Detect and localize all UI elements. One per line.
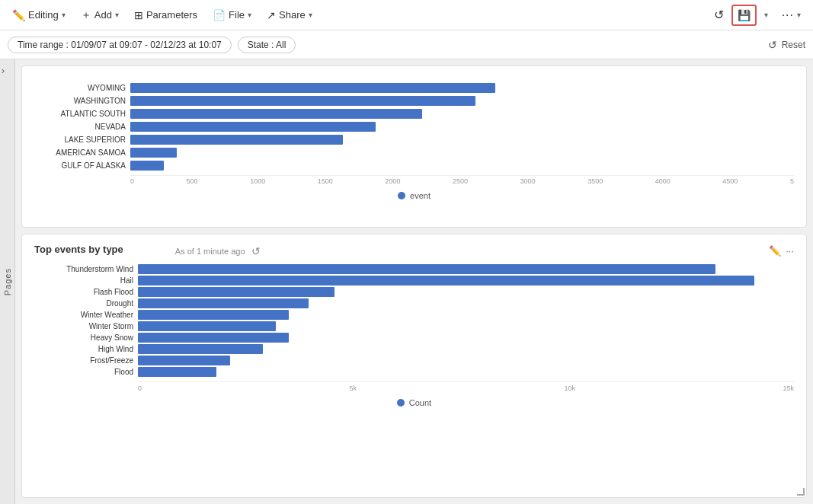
- share-chevron: ▾: [309, 11, 312, 19]
- add-chevron: ▾: [115, 11, 119, 19]
- save-icon: 💾: [738, 9, 751, 21]
- share-button[interactable]: ↗ Share ▾: [261, 6, 318, 24]
- bar-fill-flash-flood: [138, 287, 334, 297]
- legend-label-count: Count: [409, 398, 431, 407]
- parameters-icon: ⊞: [134, 9, 143, 21]
- top-chart-x-axis: 0 500 1000 1500 2000 2500 3000 3500 4000…: [130, 175, 794, 185]
- bar-track-drought: [138, 298, 794, 308]
- bottom-chart-container: Thunderstorm Wind Hail Flash Flood: [34, 264, 794, 407]
- bottom-x-axis-labels: 0 5k 10k 15k: [138, 384, 794, 392]
- editing-button[interactable]: ✏️ Editing ▾: [6, 6, 72, 24]
- legend-label-event: event: [410, 191, 431, 200]
- resize-handle[interactable]: [797, 488, 805, 496]
- overflow-button[interactable]: ··· ▾: [776, 5, 807, 25]
- bar-fill-american-samoa: [130, 148, 177, 158]
- state-label: State : All: [248, 40, 286, 50]
- bottom-chart-legend: Count: [34, 398, 794, 407]
- bar-fill-gulf-of-alaska: [130, 161, 164, 171]
- table-row: Flood: [34, 367, 794, 377]
- bar-track-winter-weather: [138, 310, 794, 320]
- table-row: Heavy Snow: [34, 333, 794, 343]
- bar-track-atlantic-south: [130, 109, 794, 119]
- parameters-button[interactable]: ⊞ Parameters: [128, 6, 203, 24]
- overflow-chevron: ▾: [797, 11, 801, 19]
- bar-fill-washington: [130, 96, 475, 106]
- more-chart-icon[interactable]: ···: [786, 245, 794, 257]
- pages-label: Pages: [3, 268, 12, 295]
- refresh-button[interactable]: ↺: [708, 5, 730, 25]
- refresh-chart-icon[interactable]: ↺: [251, 245, 261, 257]
- scroll-area: WYOMING WASHINGTON ATLANTI: [15, 59, 813, 504]
- bar-label-thunderstorm: Thunderstorm Wind: [34, 265, 133, 273]
- bottom-chart-card: Top events by type As of 1 minute ago ↺ …: [21, 234, 807, 498]
- refresh-icon: ↺: [714, 8, 724, 22]
- share-icon: ↗: [267, 9, 276, 21]
- edit-chart-icon[interactable]: ✏️: [769, 245, 781, 257]
- top-chart-legend: event: [34, 191, 794, 200]
- bar-label-winter-weather: Winter Weather: [34, 311, 133, 319]
- bar-label-hail: Hail: [34, 276, 133, 285]
- legend-dot-event: [398, 192, 405, 199]
- top-chart-container: WYOMING WASHINGTON ATLANTI: [34, 75, 794, 200]
- file-label: File: [229, 9, 245, 21]
- bar-track-winter-storm: [138, 321, 794, 331]
- bottom-bar-chart: Thunderstorm Wind Hail Flash Flood: [34, 264, 794, 377]
- bar-track-flood: [138, 367, 794, 377]
- file-chevron: ▾: [248, 11, 251, 19]
- bar-fill-hail: [138, 276, 754, 285]
- bar-track-american-samoa: [130, 148, 794, 158]
- filter-bar: Time range : 01/09/07 at 09:07 - 02/12/2…: [0, 30, 813, 59]
- bar-track-flash-flood: [138, 287, 794, 297]
- file-button[interactable]: 📄 File ▾: [206, 6, 258, 24]
- bar-label-atlantic-south: ATLANTIC SOUTH: [34, 110, 126, 118]
- bar-fill-heavy-snow: [138, 333, 289, 343]
- chart-actions: ✏️ ···: [769, 245, 794, 257]
- pages-arrow-icon: ›: [2, 65, 5, 76]
- bar-label-frost-freeze: Frost/Freeze: [34, 356, 133, 365]
- bar-fill-thunderstorm: [138, 264, 715, 274]
- bar-track-wyoming: [130, 83, 794, 93]
- ellipsis-icon: ···: [782, 8, 794, 22]
- down-chevron-icon: ▾: [764, 11, 768, 19]
- x-axis-labels: 0 500 1000 1500 2000 2500 3000 3500 4000…: [130, 177, 794, 185]
- table-row: Thunderstorm Wind: [34, 264, 794, 274]
- plus-icon: ＋: [81, 8, 91, 22]
- bar-fill-frost-freeze: [138, 356, 230, 365]
- bar-label-washington: WASHINGTON: [34, 97, 126, 105]
- toolbar-right: ↺ 💾 ▾ ··· ▾: [708, 5, 807, 26]
- pages-sidebar[interactable]: › Pages: [0, 59, 15, 504]
- bar-label-gulf-of-alaska: GULF OF ALASKA: [34, 161, 126, 170]
- bar-fill-winter-weather: [138, 310, 289, 320]
- bar-fill-atlantic-south: [130, 109, 422, 119]
- table-row: ATLANTIC SOUTH: [34, 109, 794, 119]
- bar-label-heavy-snow: Heavy Snow: [34, 333, 133, 342]
- bar-track-gulf-of-alaska: [130, 161, 794, 171]
- more-button[interactable]: ▾: [758, 8, 774, 22]
- bar-track-thunderstorm: [138, 264, 794, 274]
- bar-label-winter-storm: Winter Storm: [34, 322, 133, 330]
- editing-chevron: ▾: [62, 11, 66, 19]
- table-row: Flash Flood: [34, 287, 794, 297]
- table-row: Winter Weather: [34, 310, 794, 320]
- bar-track-nevada: [130, 122, 794, 132]
- file-icon: 📄: [213, 9, 226, 21]
- bar-track-hail: [138, 276, 794, 285]
- top-bar-chart: WYOMING WASHINGTON ATLANTI: [34, 83, 794, 172]
- bar-label-flood: Flood: [34, 368, 133, 376]
- save-button[interactable]: 💾: [731, 5, 757, 26]
- reset-area[interactable]: ↺ Reset: [768, 39, 805, 51]
- bar-label-american-samoa: AMERICAN SAMOA: [34, 148, 126, 157]
- table-row: NEVADA: [34, 122, 794, 132]
- bar-track-high-wind: [138, 344, 794, 354]
- table-row: LAKE SUPERIOR: [34, 135, 794, 145]
- bar-label-flash-flood: Flash Flood: [34, 288, 133, 296]
- time-range-filter[interactable]: Time range : 01/09/07 at 09:07 - 02/12/2…: [8, 37, 232, 53]
- bar-track-washington: [130, 96, 794, 106]
- add-button[interactable]: ＋ Add ▾: [75, 5, 125, 25]
- edit-icon: ✏️: [12, 9, 25, 21]
- table-row: Winter Storm: [34, 321, 794, 331]
- table-row: WYOMING: [34, 83, 794, 93]
- state-filter[interactable]: State : All: [238, 37, 296, 53]
- time-range-label: Time range : 01/09/07 at 09:07 - 02/12/2…: [18, 40, 222, 50]
- table-row: GULF OF ALASKA: [34, 161, 794, 171]
